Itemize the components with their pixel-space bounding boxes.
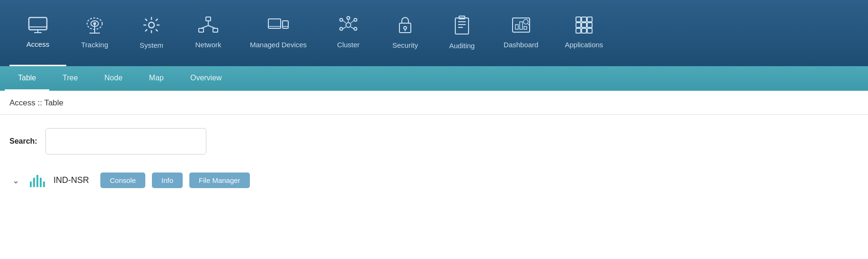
chevron-down-icon[interactable]: ⌄ <box>9 173 22 188</box>
svg-point-24 <box>354 27 357 30</box>
applications-icon <box>575 16 593 37</box>
svg-point-10 <box>149 22 154 28</box>
svg-rect-19 <box>283 21 288 28</box>
svg-point-9 <box>93 22 96 25</box>
sub-nav-bar: Table Tree Node Map Overview <box>0 66 868 91</box>
nav-label-network: Network <box>195 41 221 49</box>
svg-rect-52 <box>576 28 581 33</box>
svg-rect-55 <box>30 181 32 187</box>
svg-rect-50 <box>582 23 586 27</box>
nav-label-system: System <box>140 41 163 49</box>
sub-nav-item-tree[interactable]: Tree <box>49 66 91 91</box>
nav-label-applications: Applications <box>565 41 603 49</box>
nav-item-system[interactable]: System <box>123 0 180 66</box>
sub-nav-item-overview[interactable]: Overview <box>177 66 235 91</box>
nav-item-cluster[interactable]: Cluster <box>320 0 377 66</box>
network-icon <box>198 16 219 37</box>
svg-line-31 <box>351 20 354 23</box>
svg-rect-13 <box>213 28 218 32</box>
search-input[interactable] <box>45 128 206 155</box>
svg-point-25 <box>354 18 357 21</box>
satellite-icon <box>85 16 105 37</box>
svg-rect-0 <box>29 17 47 30</box>
nav-item-security[interactable]: Security <box>377 0 434 66</box>
nav-item-tracking[interactable]: Tracking <box>66 0 123 66</box>
svg-rect-43 <box>524 26 527 29</box>
svg-rect-59 <box>43 181 45 187</box>
dashboard-icon <box>512 16 531 37</box>
svg-rect-49 <box>576 23 581 27</box>
svg-point-21 <box>346 23 351 27</box>
security-icon <box>397 16 414 37</box>
nav-label-auditing: Auditing <box>449 42 475 50</box>
nav-label-cluster: Cluster <box>337 41 360 49</box>
svg-point-26 <box>340 18 343 21</box>
svg-point-22 <box>347 17 350 19</box>
svg-rect-48 <box>587 17 592 22</box>
device-name: IND-NSR <box>53 175 89 185</box>
nav-label-access: Access <box>27 40 49 48</box>
device-signal-icon <box>29 173 47 188</box>
breadcrumb: Access :: Table <box>0 91 868 115</box>
file-manager-button[interactable]: File Manager <box>189 173 250 188</box>
svg-line-29 <box>351 27 354 29</box>
svg-rect-54 <box>587 28 592 33</box>
sub-nav-item-node[interactable]: Node <box>91 66 136 91</box>
nav-item-network[interactable]: Network <box>180 0 237 66</box>
nav-item-access[interactable]: Access <box>9 0 66 66</box>
sub-nav-item-map[interactable]: Map <box>136 66 177 91</box>
svg-point-23 <box>340 27 343 30</box>
main-content: Access :: Table Search: ⌄ IND-NSR Consol… <box>0 91 868 259</box>
nav-label-managed-devices: Managed Devices <box>250 41 307 49</box>
info-button[interactable]: Info <box>152 173 183 188</box>
svg-rect-57 <box>36 175 38 187</box>
svg-rect-56 <box>33 178 35 187</box>
svg-rect-41 <box>515 25 518 29</box>
svg-rect-17 <box>268 19 281 28</box>
nav-label-security: Security <box>392 41 418 49</box>
nav-item-auditing[interactable]: Auditing <box>434 0 490 66</box>
nav-item-managed-devices[interactable]: Managed Devices <box>237 0 320 66</box>
svg-rect-12 <box>199 28 204 32</box>
svg-point-33 <box>404 26 407 29</box>
monitor-icon <box>28 17 48 36</box>
device-row: ⌄ IND-NSR Console Info File Manager <box>0 164 868 197</box>
svg-rect-35 <box>455 18 469 34</box>
svg-rect-53 <box>582 28 586 33</box>
cluster-icon <box>338 16 358 37</box>
svg-line-28 <box>343 27 346 29</box>
auditing-icon <box>453 15 470 38</box>
search-label: Search: <box>9 137 38 146</box>
nav-item-dashboard[interactable]: Dashboard <box>490 0 551 66</box>
sub-navigation: Table Tree Node Map Overview <box>0 66 868 91</box>
nav-item-applications[interactable]: Applications <box>551 0 616 66</box>
svg-rect-58 <box>40 178 42 187</box>
svg-rect-47 <box>582 17 586 22</box>
svg-rect-51 <box>587 23 592 27</box>
sub-nav-item-table[interactable]: Table <box>5 66 49 91</box>
svg-rect-42 <box>520 22 523 29</box>
gear-icon <box>142 16 161 37</box>
search-section: Search: <box>0 115 868 164</box>
top-navigation: Access Tracking System <box>0 0 868 66</box>
managed-devices-icon <box>267 16 289 37</box>
svg-line-30 <box>343 20 346 23</box>
nav-label-tracking: Tracking <box>81 41 108 49</box>
svg-point-44 <box>523 19 528 24</box>
svg-rect-11 <box>206 17 211 21</box>
top-nav-bar: Access Tracking System <box>0 0 868 66</box>
svg-rect-46 <box>576 17 581 22</box>
svg-line-15 <box>201 26 208 28</box>
console-button[interactable]: Console <box>100 173 145 188</box>
nav-label-dashboard: Dashboard <box>504 41 538 49</box>
svg-line-16 <box>208 26 215 28</box>
